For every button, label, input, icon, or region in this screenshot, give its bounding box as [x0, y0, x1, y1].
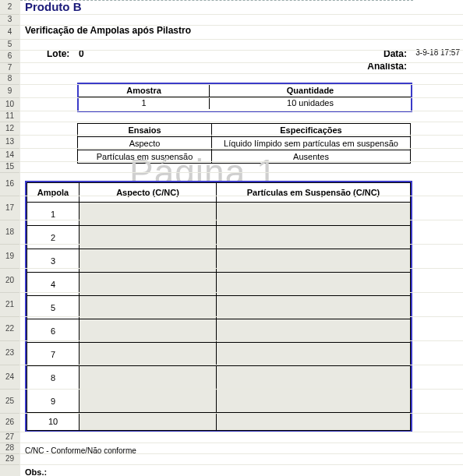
particulas-cell[interactable]: [217, 226, 411, 249]
particulas-cell[interactable]: [217, 296, 411, 319]
quantidade-value: 10 unidades: [210, 97, 411, 109]
aspecto-cell[interactable]: [80, 366, 217, 390]
particulas-cell[interactable]: [217, 319, 411, 343]
table-row: 1: [27, 203, 411, 226]
particulas-cell[interactable]: [217, 343, 411, 366]
row-header[interactable]: 6: [0, 50, 19, 63]
row-header[interactable]: 7: [0, 62, 19, 74]
row-header[interactable]: 2: [0, 0, 19, 15]
aspecto-cell[interactable]: [80, 390, 217, 413]
aspecto-cell[interactable]: [80, 296, 217, 319]
col-header-aspecto: Aspecto (C/NC): [80, 183, 217, 203]
particulas-cell[interactable]: [217, 413, 411, 431]
aspecto-cell[interactable]: [80, 413, 217, 431]
table-row: 10: [27, 413, 411, 431]
row-header[interactable]: 5: [0, 39, 19, 51]
aspecto-cell[interactable]: [80, 226, 217, 249]
table-row: 3: [27, 249, 411, 273]
table-row: 8: [27, 366, 411, 390]
table-row: 9: [27, 390, 411, 413]
row-header[interactable]: 22: [0, 316, 19, 341]
ampola-index: 5: [27, 296, 80, 319]
ampola-index: 10: [27, 413, 80, 431]
row-header[interactable]: 15: [0, 161, 19, 173]
ampola-index: 3: [27, 249, 80, 273]
row-header[interactable]: 10: [0, 97, 19, 111]
ampola-index: 1: [27, 203, 80, 226]
row-header[interactable]: 20: [0, 268, 19, 293]
row-header[interactable]: 9: [0, 84, 19, 98]
row-header[interactable]: 12: [0, 122, 19, 136]
ampola-index: 6: [27, 319, 80, 343]
aspecto-cell[interactable]: [80, 249, 217, 273]
col-header-particulas: Partículas em Suspensão (C/NC): [217, 183, 411, 203]
ensaios-especificacoes-box: Ensaios Especificações Aspecto Líquido l…: [77, 123, 411, 164]
row-header[interactable]: 19: [0, 244, 19, 269]
sheet-subtitle: Verificação de Ampolas após Pilastro: [25, 25, 191, 36]
ampola-results-table: Ampola Aspecto (C/NC) Partículas em Susp…: [25, 181, 412, 432]
col-header-ampola: Ampola: [27, 183, 80, 203]
amostra-value: 1: [79, 97, 210, 109]
particulas-cell[interactable]: [217, 366, 411, 390]
row-header[interactable]: 13: [0, 135, 19, 149]
row-header[interactable]: 14: [0, 148, 19, 162]
row-header[interactable]: 17: [0, 196, 19, 220]
row-header[interactable]: 11: [0, 111, 19, 122]
ampola-index: 9: [27, 390, 80, 413]
row-header[interactable]: 16: [0, 172, 19, 196]
aspecto-cell[interactable]: [80, 203, 217, 226]
row-header[interactable]: 8: [0, 73, 19, 85]
row-header[interactable]: 26: [0, 413, 19, 432]
row-header[interactable]: 3: [0, 14, 19, 26]
particulas-cell[interactable]: [217, 390, 411, 413]
row-header[interactable]: 23: [0, 340, 19, 365]
amostra-header: Amostra: [79, 84, 210, 97]
row-header[interactable]: 29: [0, 453, 19, 465]
aspecto-cell[interactable]: [80, 343, 217, 366]
row-header[interactable]: 4: [0, 25, 19, 40]
row-header[interactable]: 25: [0, 389, 19, 414]
table-row: 7: [27, 343, 411, 366]
ampola-index: 8: [27, 366, 80, 390]
product-title: Produto B: [25, 0, 82, 13]
row-header[interactable]: 21: [0, 292, 19, 317]
particulas-cell[interactable]: [217, 203, 411, 226]
ampola-index: 7: [27, 343, 80, 366]
worksheet-area[interactable]: Produto B Verificação de Ampolas após Pi…: [20, 0, 463, 476]
quantidade-header: Quantidade: [210, 84, 411, 97]
table-row: 6: [27, 319, 411, 343]
table-row: 5: [27, 296, 411, 319]
row-header[interactable]: 28: [0, 443, 19, 454]
row-header[interactable]: 24: [0, 365, 19, 390]
row-header[interactable]: 27: [0, 432, 19, 443]
ampola-index: 2: [27, 226, 80, 249]
aspecto-cell[interactable]: [80, 319, 217, 343]
table-row: 2: [27, 226, 411, 249]
row-header[interactable]: 18: [0, 220, 19, 245]
obs-label: Obs.:: [25, 467, 47, 476]
particulas-cell[interactable]: [217, 249, 411, 273]
row-header-gutter: 2345678910111213141516171819202122232425…: [0, 0, 21, 476]
